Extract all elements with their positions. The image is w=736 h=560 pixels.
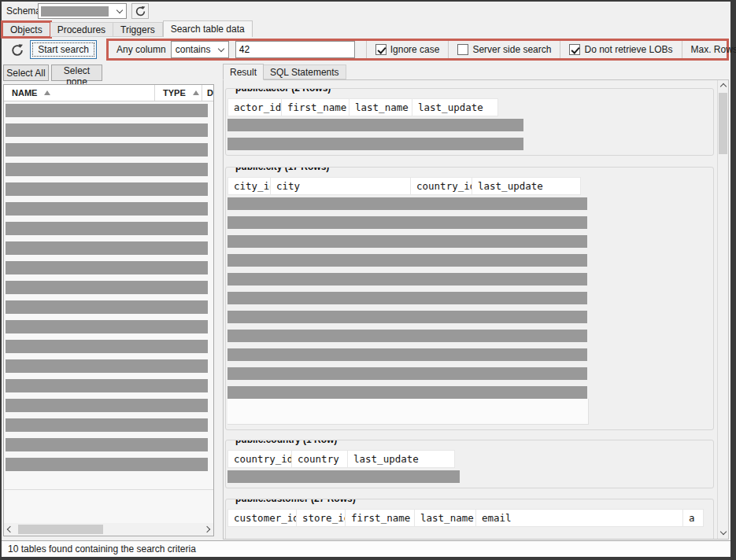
tables-list-header: NAME TYPE D [4, 85, 213, 101]
redacted-schema-value [41, 6, 109, 17]
checkbox-label: Ignore case [390, 44, 440, 55]
redacted-table-row[interactable] [6, 418, 208, 432]
column-label: TYPE [163, 88, 186, 98]
redacted-result-row [227, 216, 587, 229]
column-header-name[interactable]: NAME [4, 85, 155, 101]
redacted-table-row[interactable] [6, 143, 208, 157]
search-toolbar: Start search Any column contains Ignore … [2, 37, 730, 63]
tab-search-table-data[interactable]: Search table data [163, 20, 253, 37]
tables-list-rows [4, 104, 213, 471]
redacted-result-row [227, 197, 587, 210]
redacted-table-row[interactable] [6, 438, 208, 451]
scroll-right-arrow[interactable] [201, 523, 213, 536]
column-header-type[interactable]: TYPE [155, 85, 202, 101]
select-all-button[interactable]: Select All [3, 64, 49, 81]
redacted-result-row [227, 235, 587, 248]
max-rows-label: Max. Rows: [691, 44, 736, 55]
redacted-result-row [227, 367, 587, 380]
status-bar: 10 tables found containing the search cr… [2, 540, 730, 557]
scroll-down-arrow[interactable] [718, 527, 728, 539]
result-table-header: country_idcountrylast_update [227, 450, 713, 468]
start-search-button[interactable]: Start search [30, 40, 97, 59]
checkbox-icon [569, 44, 580, 55]
main-tab-strip: Objects Procedures Triggers Search table… [2, 20, 253, 37]
column-header: last_update [472, 177, 581, 195]
toolbar-separator [366, 41, 367, 58]
column-header: customer_id [227, 509, 297, 527]
checkbox-icon [457, 44, 468, 55]
redacted-result-row [227, 311, 587, 323]
redacted-table-row[interactable] [6, 163, 208, 176]
redacted-table-row[interactable] [6, 241, 208, 255]
tab-result[interactable]: Result [223, 64, 264, 80]
tables-list: NAME TYPE D [3, 84, 214, 536]
chevron-down-icon [215, 49, 228, 51]
column-label: D [207, 88, 213, 98]
column-header: last_name [415, 509, 476, 527]
tab-procedures[interactable]: Procedures [50, 22, 113, 37]
tab-triggers[interactable]: Triggers [113, 22, 163, 37]
redacted-result-row [227, 273, 587, 286]
reload-tables-button[interactable] [8, 41, 27, 60]
schema-label: Schema [6, 6, 41, 17]
operator-select[interactable]: contains [171, 41, 229, 58]
schema-select[interactable] [38, 3, 127, 19]
refresh-icon [135, 6, 146, 17]
refresh-schema-button[interactable] [131, 3, 149, 19]
tab-objects[interactable]: Objects [2, 22, 50, 37]
redacted-table-row[interactable] [6, 399, 208, 412]
redacted-table-row[interactable] [6, 104, 208, 117]
column-header: country_id [411, 177, 472, 195]
select-none-button[interactable]: Select none [51, 64, 102, 81]
status-text: 10 tables found containing the search cr… [8, 543, 196, 554]
horizontal-scrollbar[interactable] [4, 523, 213, 536]
scroll-left-arrow[interactable] [4, 523, 17, 536]
redacted-result-row [227, 386, 587, 399]
result-table-header: customer_idstore_idfirst_namelast_nameem… [227, 509, 713, 527]
redacted-result-row [227, 330, 587, 342]
tab-label: Procedures [57, 24, 105, 35]
redacted-table-row[interactable] [6, 300, 208, 314]
redacted-table-row[interactable] [6, 222, 208, 235]
search-criteria-annotation-box: Any column contains Ignore case Server s… [106, 39, 729, 61]
scrollbar-thumb[interactable] [18, 525, 103, 534]
redacted-table-row[interactable] [6, 261, 208, 274]
do-not-retrieve-lobs-checkbox[interactable]: Do not retrieve LOBs [569, 44, 672, 55]
redacted-result-row [227, 119, 523, 131]
scrollbar-thumb[interactable] [719, 93, 727, 154]
redacted-table-row[interactable] [6, 281, 208, 294]
any-column-label: Any column [117, 44, 166, 55]
redacted-table-row[interactable] [6, 340, 208, 353]
search-value-input[interactable] [235, 41, 355, 58]
result-group-title: public.actor (2 Rows) [232, 88, 334, 94]
checkbox-icon [375, 44, 386, 55]
redacted-table-row[interactable] [6, 458, 208, 471]
result-group: public.city (17 Rows)city_idcitycountry_… [225, 167, 714, 430]
redacted-table-row[interactable] [6, 182, 208, 196]
redacted-table-row[interactable] [6, 202, 208, 216]
column-header-d[interactable]: D [202, 85, 213, 101]
column-header: city [271, 177, 411, 195]
tab-label: Result [230, 67, 257, 78]
server-side-search-checkbox[interactable]: Server side search [457, 44, 551, 55]
column-header: a [683, 509, 704, 527]
checkbox-label: Server side search [472, 44, 551, 55]
column-header: actor_id [227, 98, 282, 116]
column-header: country_id [227, 450, 292, 468]
redacted-result-row [227, 470, 460, 483]
redacted-result-row [227, 254, 587, 267]
checkbox-label: Do not retrieve LOBs [584, 44, 672, 55]
column-header: country [292, 450, 348, 468]
ignore-case-checkbox[interactable]: Ignore case [375, 44, 440, 55]
redacted-table-row[interactable] [6, 320, 208, 333]
redacted-table-row[interactable] [6, 359, 208, 373]
tab-sql-statements[interactable]: SQL Statements [264, 64, 346, 79]
vertical-scrollbar[interactable] [717, 80, 728, 539]
redacted-table-row[interactable] [6, 123, 208, 137]
result-table-empty-area [227, 399, 589, 425]
toolbar-separator [560, 41, 560, 58]
column-header: last_update [412, 98, 498, 116]
result-group-title: public.city (17 Rows) [232, 167, 332, 172]
redacted-table-row[interactable] [6, 379, 208, 392]
scroll-up-arrow[interactable] [718, 80, 728, 92]
